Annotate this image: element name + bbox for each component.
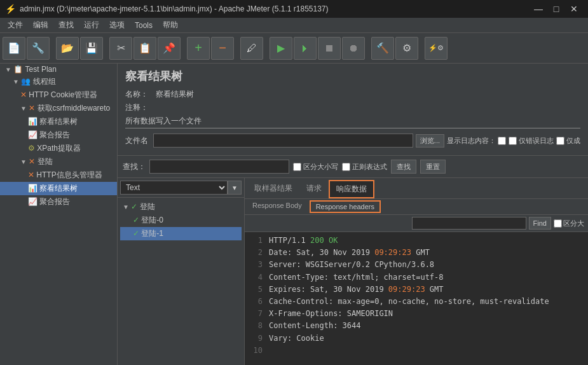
resp-line-6: 6 Cache-Control: max-age=0, no-cache, no… (250, 296, 583, 308)
menu-item-编辑[interactable]: 编辑 (28, 18, 53, 32)
detail-pane: 取样器结果 请求 响应数据 Response Body Response hea… (245, 178, 588, 365)
find-case-text: 区分大 (563, 219, 584, 228)
shutdown-button[interactable]: ⏺ (342, 37, 365, 60)
result-icon-1: ✓ (133, 229, 139, 238)
section-row: 所有数据写入一个文件 (125, 116, 580, 131)
view-selector[interactable]: Text (120, 181, 228, 195)
tab-response-data[interactable]: 响应数据 (329, 180, 374, 198)
main-layout: ▼ 📋 Test Plan ▼ 👥 线程组 ✕ HTTP Cookie管理器 ▼… (0, 64, 588, 365)
comment-label: 注释： (125, 102, 151, 113)
titlebar: ⚡ admin.jmx (D:\jmeter\apache-jmeter-5.1… (0, 0, 588, 18)
stop-button[interactable]: ⏹ (318, 37, 341, 60)
menu-item-帮助[interactable]: 帮助 (158, 18, 183, 32)
result-item-login1[interactable]: ✓ 登陆-1 (120, 227, 242, 240)
result-item-login[interactable]: ▼ ✓ 登陆 (120, 200, 242, 214)
error-label-text: 仅错误日志 (519, 136, 554, 146)
content-area: 察看结果树 名称： 察看结果树 注释： 所有数据写入一个文件 文件名 浏览...… (118, 64, 588, 365)
case-check-label: 区分大小写 (293, 162, 338, 172)
sidebar-item-httpcookie[interactable]: ✕ HTTP Cookie管理器 (0, 88, 117, 102)
find-case-checkbox[interactable] (554, 219, 562, 228)
template-button[interactable]: 🔧 (27, 37, 50, 60)
resp-line-3: 3 Server: WSGIServer/0.2 CPython/3.6.8 (250, 259, 583, 271)
regex-checkbox[interactable] (342, 163, 350, 171)
search-label: 查找： (123, 162, 146, 172)
browse-button[interactable]: 浏览... (416, 134, 444, 148)
success-checkbox[interactable] (556, 137, 564, 145)
menu-item-Tools[interactable]: Tools (130, 20, 158, 31)
success-label: 仅成 (556, 136, 580, 146)
sidebar-item-resulttree1[interactable]: 📊 察看结果树 (0, 115, 117, 128)
result-label-1: 登陆-1 (141, 229, 163, 238)
minimize-button[interactable]: — (530, 0, 547, 18)
log-checkbox[interactable] (498, 137, 506, 145)
tab-sampler-result[interactable]: 取样器结果 (247, 180, 299, 198)
resp-line-1: 1 HTTP/1.1 200 OK (250, 235, 583, 247)
app-icon: ⚡ (5, 4, 16, 14)
paste-button[interactable]: 📌 (158, 37, 181, 60)
detail-tabs: 取样器结果 请求 响应数据 (245, 178, 588, 199)
toolbar: 📄 🔧 📂 💾 ✂ 📋 📌 + − 🖊 ▶ ⏵ ⏹ ⏺ 🔨 ⚙ ⚡⚙ (0, 33, 588, 64)
save-button[interactable]: 💾 (80, 37, 103, 60)
menubar: 文件编辑查找运行选项Tools帮助 (0, 18, 588, 33)
sidebar-item-xpath[interactable]: ⚙ XPath提取器 (0, 142, 117, 155)
selector-arrow[interactable]: ▼ (228, 181, 242, 195)
file-input[interactable] (153, 134, 413, 148)
start-button[interactable]: ▶ (270, 37, 292, 60)
find-bar: Find 区分大 (245, 215, 588, 232)
find-button[interactable]: 查找 (391, 160, 416, 174)
sidebar-item-resulttree2[interactable]: 📊 察看结果树 (0, 182, 117, 195)
remove-button[interactable]: − (211, 37, 234, 60)
error-checkbox[interactable] (509, 137, 517, 145)
remote-button[interactable]: ⚡⚙ (425, 37, 448, 60)
error-label: 仅错误日志 (509, 136, 554, 146)
copy-button[interactable]: 📋 (133, 37, 156, 60)
tool1-button[interactable]: 🔨 (371, 37, 394, 60)
resp-line-8: 8 Content-Length: 3644 (250, 320, 583, 332)
search-input[interactable] (149, 160, 289, 174)
open-button[interactable]: 📂 (56, 37, 79, 60)
new-button[interactable]: 📄 (3, 37, 25, 60)
sidebar-item-report2[interactable]: 📈 聚合报告 (0, 195, 117, 209)
sidebar-item-getcsrf[interactable]: ▼ ✕ 获取csrfmiddlewareto (0, 102, 117, 115)
cut-button[interactable]: ✂ (109, 37, 132, 60)
name-row: 名称： 察看结果树 (125, 89, 580, 100)
result-icon: ✓ (131, 202, 137, 211)
sidebar: ▼ 📋 Test Plan ▼ 👥 线程组 ✕ HTTP Cookie管理器 ▼… (0, 64, 118, 365)
result-item-login0[interactable]: ✓ 登陆-0 (120, 214, 242, 227)
tab-request[interactable]: 请求 (299, 180, 329, 198)
maximize-button[interactable]: □ (547, 0, 565, 18)
sub-tab-headers[interactable]: Response headers (310, 200, 381, 213)
regex-check-label: 正则表达式 (342, 162, 387, 172)
resp-line-5: 5 Expires: Sat, 30 Nov 2019 09:29:23 GMT (250, 284, 583, 296)
sub-tab-body[interactable]: Response Body (247, 200, 307, 213)
add-button[interactable]: + (187, 37, 210, 60)
menu-item-查找[interactable]: 查找 (53, 18, 79, 32)
close-button[interactable]: ✕ (565, 0, 583, 18)
sidebar-item-testplan[interactable]: ▼ 📋 Test Plan (0, 64, 117, 75)
case-label: 区分大小写 (303, 162, 338, 172)
reset-button[interactable]: 重置 (420, 160, 446, 174)
find-case-label: 区分大 (554, 219, 584, 228)
resp-line-4: 4 Content-Type: text/html; charset=utf-8 (250, 272, 583, 284)
sidebar-item-httpheader[interactable]: ✕ HTTP信息头管理器 (0, 169, 117, 182)
edit-button[interactable]: 🖊 (240, 37, 263, 60)
response-content: 1 HTTP/1.1 200 OK 2 Date: Sat, 30 Nov 20… (245, 232, 588, 365)
case-checkbox[interactable] (293, 163, 301, 171)
tool2-button[interactable]: ⚙ (395, 37, 418, 60)
sidebar-item-report1[interactable]: 📈 聚合报告 (0, 128, 117, 142)
result-label-0: 登陆-0 (141, 216, 163, 224)
sidebar-item-threadgroup[interactable]: ▼ 👥 线程组 (0, 75, 117, 88)
menu-item-选项[interactable]: 选项 (104, 18, 130, 32)
tree-pane: Text ▼ ▼ ✓ 登陆 ✓ 登陆-0 ✓ (118, 178, 245, 365)
result-label: 登陆 (140, 202, 155, 211)
sub-tabs: Response Body Response headers (245, 199, 588, 215)
find-input[interactable] (412, 217, 526, 230)
file-row: 文件名 浏览... 显示日志内容： 仅错误日志 仅成 (125, 134, 580, 148)
sidebar-item-login-group[interactable]: ▼ ✕ 登陆 (0, 155, 117, 169)
menu-item-文件[interactable]: 文件 (3, 18, 28, 32)
menu-item-运行[interactable]: 运行 (79, 18, 104, 32)
start-no-pause-button[interactable]: ⏵ (294, 37, 317, 60)
find-submit-button[interactable]: Find (529, 217, 551, 230)
results-pane: Text ▼ ▼ ✓ 登陆 ✓ 登陆-0 ✓ (118, 178, 588, 365)
panel-title: 察看结果树 (125, 69, 580, 84)
